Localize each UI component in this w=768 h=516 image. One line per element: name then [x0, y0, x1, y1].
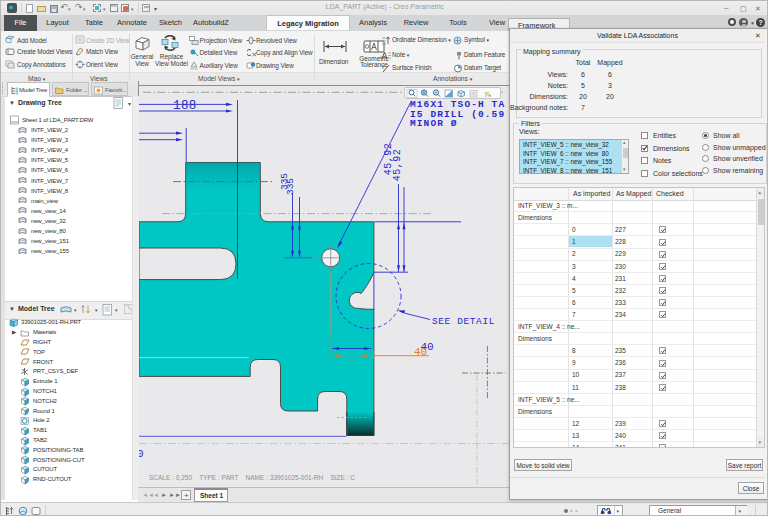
svg-text:⅞: ⅞ [484, 90, 491, 99]
svg-text:SEE DETAIL: SEE DETAIL [432, 316, 495, 327]
svg-text:0: 0 [139, 448, 144, 460]
svg-text:335: 335 [285, 178, 296, 195]
svg-text:MINOR Ø: MINOR Ø [410, 118, 458, 129]
svg-text:40: 40 [414, 346, 427, 358]
svg-text:188: 188 [173, 99, 197, 113]
svg-text:45,92: 45,92 [392, 149, 403, 182]
